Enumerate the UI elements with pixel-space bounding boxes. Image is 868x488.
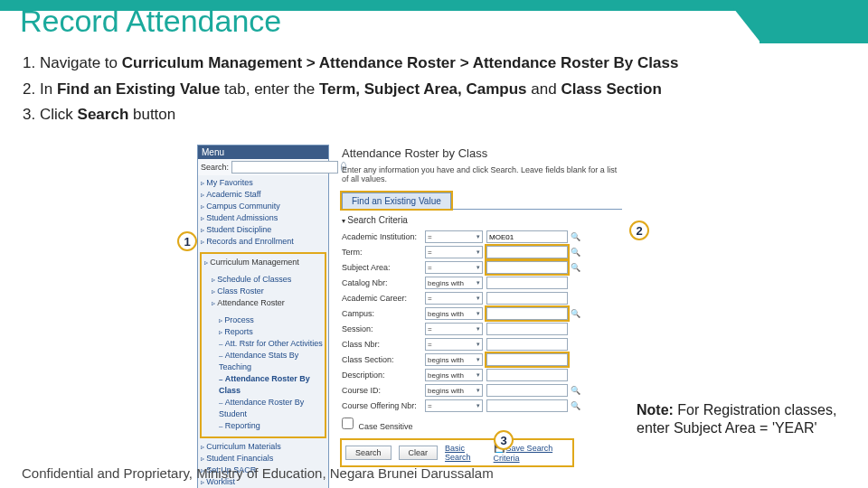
case-sensitive-label: Case Sensitive: [359, 422, 413, 431]
field-label: Description:: [342, 371, 425, 380]
lookup-icon[interactable]: 🔍: [571, 401, 580, 411]
menu-search-row: Search: »: [198, 159, 328, 175]
step-3: Click Search button: [40, 104, 835, 127]
footer-text: Confidential and Proprietary, Ministry o…: [0, 462, 868, 488]
slide-header: Record Attendance: [0, 0, 868, 43]
search-criteria: Search Criteria Academic Institution:=🔍T…: [342, 209, 622, 465]
field-label: Subject Area:: [342, 263, 425, 272]
field-input[interactable]: [486, 277, 568, 289]
search-label: Search:: [201, 163, 229, 172]
criteria-row: Academic Career:=: [342, 292, 622, 305]
case-sensitive-checkbox[interactable]: [342, 418, 354, 429]
field-input[interactable]: [486, 292, 568, 305]
field-input[interactable]: [486, 384, 568, 397]
menu-highlighted-section: Curriculum Management Schedule of Classe…: [200, 252, 326, 438]
menu-item[interactable]: Campus Community: [201, 201, 328, 212]
field-label: Course ID:: [342, 386, 425, 395]
step-2: In Find an Existing Value tab, enter the…: [40, 79, 835, 101]
menu-leaf[interactable]: Reporting: [219, 420, 324, 432]
menu-subitem[interactable]: Class Roster: [212, 286, 324, 297]
field-input[interactable]: [486, 369, 568, 381]
menu-item[interactable]: My Favorites: [201, 177, 328, 189]
lookup-icon[interactable]: 🔍: [571, 232, 580, 242]
field-input[interactable]: [486, 246, 568, 258]
criteria-row: Course Offering Nbr:=🔍: [342, 399, 622, 412]
callout-1: 1: [177, 231, 197, 251]
menu-leaf[interactable]: Attendance Stats By Teaching: [219, 350, 324, 373]
menu-leaf[interactable]: Attendance Roster By Student: [219, 397, 324, 420]
nav-menu: Menu Search: » My Favorites Academic Sta…: [197, 145, 329, 488]
step-1: Navigate to Curriculum Management > Atte…: [40, 52, 835, 75]
criteria-row: Course ID:begins with🔍: [342, 384, 622, 397]
field-input[interactable]: [486, 399, 568, 412]
operator-select[interactable]: begins with: [425, 384, 483, 397]
menu-leaf[interactable]: Process: [219, 314, 324, 326]
menu-item[interactable]: Student Discipline: [201, 224, 328, 236]
content-title: Attendance Roster by Class: [342, 146, 622, 160]
steps-list: Navigate to Curriculum Management > Atte…: [40, 52, 835, 127]
header-decor: [727, 0, 761, 43]
field-input[interactable]: [486, 323, 568, 335]
search-button[interactable]: Search: [345, 446, 392, 460]
menu-leaf[interactable]: Reports: [219, 326, 324, 338]
callout-3: 3: [494, 430, 514, 450]
criteria-row: Session:=: [342, 323, 622, 335]
menu-leaf[interactable]: Att. Rstr for Other Activities: [219, 338, 324, 350]
menu-item[interactable]: Academic Staff: [201, 189, 328, 201]
menu-item[interactable]: Records and Enrollment: [201, 236, 328, 248]
criteria-row: Description:begins with: [342, 369, 622, 381]
operator-select[interactable]: =: [425, 323, 483, 335]
tab-find-existing[interactable]: Find an Existing Value: [342, 192, 451, 209]
menu-top-list: My Favorites Academic Staff Campus Commu…: [198, 175, 328, 251]
field-label: Academic Institution:: [342, 232, 425, 241]
note-box: Note: For Registration classes, enter Su…: [637, 401, 844, 437]
menu-item-curriculum[interactable]: Curriculum Management: [204, 257, 324, 268]
operator-select[interactable]: =: [425, 292, 483, 305]
menu-header: Menu: [198, 145, 328, 159]
lookup-icon[interactable]: 🔍: [571, 263, 580, 273]
field-label: Course Offering Nbr:: [342, 401, 425, 410]
clear-button[interactable]: Clear: [399, 446, 439, 460]
field-input[interactable]: [486, 230, 568, 243]
menu-subitem-attendance[interactable]: Attendance Roster: [212, 297, 324, 309]
content-subtitle: Enter any information you have and click…: [342, 165, 622, 183]
operator-select[interactable]: begins with: [425, 277, 483, 289]
field-label: Catalog Nbr:: [342, 278, 425, 287]
criteria-row: Class Section:begins with: [342, 353, 622, 366]
lookup-icon[interactable]: 🔍: [571, 386, 580, 396]
criteria-row: Catalog Nbr:begins with: [342, 277, 622, 289]
criteria-row: Term:=🔍: [342, 246, 622, 258]
field-label: Session:: [342, 324, 425, 333]
criteria-row: Academic Institution:=🔍: [342, 230, 622, 243]
field-input[interactable]: [486, 307, 568, 320]
field-input[interactable]: [486, 338, 568, 351]
criteria-row: Subject Area:=🔍: [342, 261, 622, 274]
field-input[interactable]: [486, 261, 568, 274]
operator-select[interactable]: =: [425, 261, 483, 274]
menu-search-input[interactable]: [231, 161, 338, 174]
operator-select[interactable]: begins with: [425, 353, 483, 366]
menu-item[interactable]: Student Admissions: [201, 212, 328, 224]
criteria-header: Search Criteria: [342, 215, 622, 225]
field-label: Academic Career:: [342, 294, 425, 303]
operator-select[interactable]: =: [425, 246, 483, 258]
menu-leaf-current[interactable]: Attendance Roster By Class: [219, 373, 324, 397]
menu-subitem[interactable]: Schedule of Classes: [212, 274, 324, 286]
menu-item[interactable]: Curriculum Materials: [201, 441, 328, 453]
lookup-icon[interactable]: 🔍: [571, 309, 580, 319]
criteria-row: Class Nbr:=: [342, 338, 622, 351]
operator-select[interactable]: =: [425, 230, 483, 243]
page-title: Record Attendance: [20, 4, 281, 39]
operator-select[interactable]: =: [425, 338, 483, 351]
operator-select[interactable]: =: [425, 399, 483, 412]
lookup-icon[interactable]: 🔍: [571, 248, 580, 258]
screenshot-area: Menu Search: » My Favorites Academic Sta…: [197, 145, 622, 452]
field-input[interactable]: [486, 353, 568, 366]
case-sensitive-row: Case Sensitive: [342, 418, 622, 431]
content-pane: Attendance Roster by Class Enter any inf…: [342, 145, 622, 465]
field-label: Class Section:: [342, 355, 425, 364]
operator-select[interactable]: begins with: [425, 307, 483, 320]
basic-search-link[interactable]: Basic Search: [445, 444, 486, 462]
operator-select[interactable]: begins with: [425, 369, 483, 381]
field-label: Class Nbr:: [342, 340, 425, 349]
